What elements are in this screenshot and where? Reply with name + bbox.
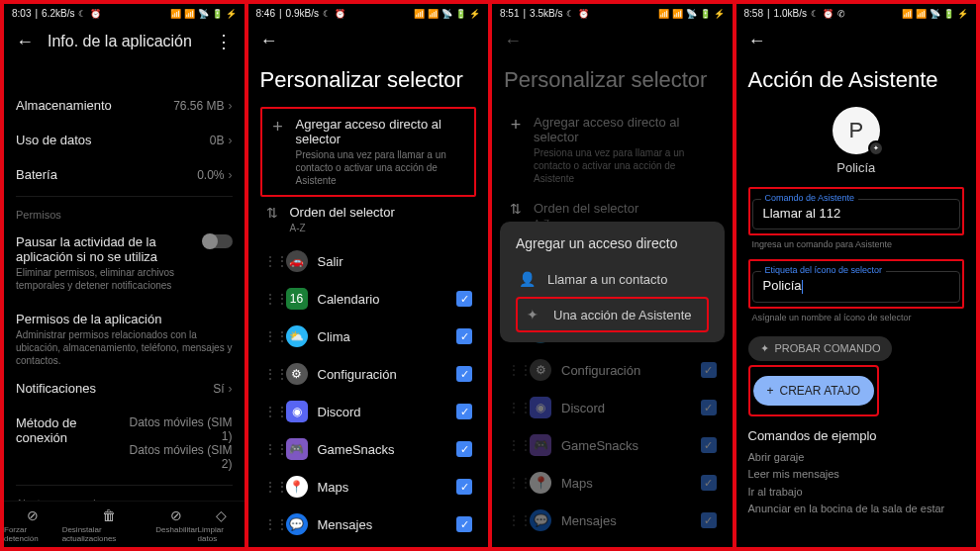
app-item[interactable]: ⋮⋮🚗Salir xyxy=(260,242,477,280)
app-item[interactable]: ⋮⋮⚙Configuración✓ xyxy=(260,355,477,393)
app-label: Calendario xyxy=(318,292,447,307)
chevron-right-icon: › xyxy=(229,134,233,147)
back-icon[interactable]: ← xyxy=(16,32,34,52)
app-item: ⋮⋮◉Discord✓ xyxy=(504,389,721,426)
app-item: ⋮⋮📍Maps✓ xyxy=(504,464,721,502)
plus-icon: + xyxy=(767,384,774,398)
icon-label-input[interactable]: Etiqueta del ícono de selector Policía xyxy=(752,271,961,303)
app-item: ⋮⋮⚙Configuración✓ xyxy=(504,351,721,389)
app-item[interactable]: ⋮⋮🎮GameSnacks✓ xyxy=(260,430,477,468)
app-item[interactable]: ⋮⋮📍Maps✓ xyxy=(260,468,477,505)
checkbox: ✓ xyxy=(701,400,717,415)
drag-handle-icon: ⋮⋮ xyxy=(508,476,520,490)
examples-heading: Comandos de ejemplo xyxy=(748,428,965,443)
drag-handle-icon[interactable]: ⋮⋮ xyxy=(264,367,276,381)
drag-handle-icon[interactable]: ⋮⋮ xyxy=(264,405,276,418)
more-icon[interactable]: ⋮ xyxy=(215,31,233,52)
bottombar: ⊘Forzar detención 🗑Desinstalar actualiza… xyxy=(4,501,245,547)
app-item: ⋮⋮▦Noticias✓ xyxy=(504,539,721,547)
app-icon: 🎮 xyxy=(286,438,308,460)
example-command: Ir al trabajo xyxy=(748,484,965,502)
row-pause-activity[interactable]: Pausar la actividad de la aplicación si … xyxy=(16,225,233,302)
app-icon: ◉ xyxy=(530,397,551,418)
checkbox[interactable]: ✓ xyxy=(456,366,472,382)
app-item[interactable]: ⋮⋮◉Discord✓ xyxy=(260,393,477,430)
app-item: ⋮⋮💬Mensajes✓ xyxy=(504,502,721,539)
clear-data-button[interactable]: ◇Limpiar datos xyxy=(198,507,245,543)
checkbox[interactable]: ✓ xyxy=(456,291,472,307)
checkbox[interactable]: ✓ xyxy=(456,441,472,457)
disable-button[interactable]: ⊘Deshabilitar xyxy=(155,507,197,543)
app-icon: 📍 xyxy=(286,476,308,498)
status-time: 8:03 xyxy=(12,8,31,19)
row-data[interactable]: Uso de datos 0B› xyxy=(16,123,233,157)
force-stop-button[interactable]: ⊘Forzar detención xyxy=(4,507,62,543)
row-battery[interactable]: Batería 0.0%› xyxy=(16,157,233,192)
plus-icon: + xyxy=(508,115,524,136)
back-icon[interactable]: ← xyxy=(260,31,278,51)
row-notifications[interactable]: Notificaciones Sí› xyxy=(16,371,233,406)
avatar: P ✦ Policía xyxy=(748,107,965,175)
panel-customize-launcher-modal: 8:51|3.5kB/s☾⏰ 📶📶📡🔋⚡ ← Personalizar sele… xyxy=(492,4,733,547)
drag-handle-icon[interactable]: ⋮⋮ xyxy=(264,517,276,531)
statusbar: 8:51|3.5kB/s☾⏰ 📶📶📡🔋⚡ xyxy=(492,4,733,21)
create-shortcut-button[interactable]: + CREAR ATAJO xyxy=(753,376,875,406)
sort-row[interactable]: ⇅ Orden del selectorA-Z xyxy=(260,197,477,242)
header: ← Info. de la aplicación ⋮ xyxy=(4,21,245,58)
add-shortcut-row[interactable]: + Agregar acceso directo al selector Pre… xyxy=(260,107,477,197)
app-label: Clima xyxy=(318,329,447,344)
test-command-button[interactable]: ✦ PROBAR COMANDO xyxy=(748,336,893,361)
option-assistant-action[interactable]: ✦ Una acción de Asistente xyxy=(516,297,709,332)
drag-handle-icon[interactable]: ⋮⋮ xyxy=(264,292,276,306)
assistant-icon: ✦ xyxy=(760,342,769,355)
panel-customize-launcher: 8:46|0.9kB/s☾⏰ 📶📶📡🔋⚡ ← Personalizar sele… xyxy=(248,4,489,547)
chevron-right-icon: › xyxy=(229,168,233,182)
checkbox: ✓ xyxy=(701,437,717,453)
app-item[interactable]: ⋮⋮16Calendario✓ xyxy=(260,280,477,318)
back-icon[interactable]: ← xyxy=(748,31,766,51)
page-title: Personalizar selector xyxy=(504,67,721,93)
app-icon: ◉ xyxy=(286,401,308,422)
app-label: Maps xyxy=(318,480,447,495)
signal-icon: 📶 xyxy=(184,9,195,19)
drag-handle-icon: ⋮⋮ xyxy=(508,401,520,414)
back-icon[interactable]: ← xyxy=(504,31,522,51)
row-connection[interactable]: Método de conexión Datos móviles (SIM 1)… xyxy=(16,406,233,481)
stop-icon: ⊘ xyxy=(27,507,39,523)
app-label: Maps xyxy=(561,476,691,491)
page-title: Info. de la aplicación xyxy=(48,33,201,50)
plus-icon: + xyxy=(270,117,286,138)
drag-handle-icon[interactable]: ⋮⋮ xyxy=(264,254,276,268)
app-icon: 💬 xyxy=(530,509,551,531)
signal-icon: 📶 xyxy=(170,9,181,19)
option-call-contact[interactable]: 👤 Llamar a un contacto xyxy=(516,261,709,297)
moon-icon: ☾ xyxy=(78,9,86,19)
sort-icon: ⇅ xyxy=(508,201,524,217)
assistant-icon: ✦ xyxy=(524,307,541,322)
checkbox[interactable]: ✓ xyxy=(456,516,472,532)
row-app-permissions[interactable]: Permisos de la aplicación Administrar pe… xyxy=(16,302,233,371)
alarm-icon: ⏰ xyxy=(90,9,101,19)
checkbox[interactable]: ✓ xyxy=(456,479,472,495)
app-item[interactable]: ⋮⋮▦Noticias✓ xyxy=(260,543,477,547)
panel-assistant-action: 8:58|1.0kB/s☾⏰✆ 📶📶📡🔋⚡ ← Acción de Asiste… xyxy=(736,4,977,547)
app-item[interactable]: ⋮⋮💬Mensajes✓ xyxy=(260,505,477,543)
add-shortcut-row: + Agregar acceso directo al selector Pre… xyxy=(504,107,721,193)
checkbox[interactable]: ✓ xyxy=(456,328,472,344)
row-storage[interactable]: Almacenamiento 76.56 MB› xyxy=(16,88,233,123)
checkbox: ✓ xyxy=(701,475,717,491)
drag-handle-icon[interactable]: ⋮⋮ xyxy=(264,329,276,343)
checkbox: ✓ xyxy=(701,512,717,528)
toggle-pause[interactable] xyxy=(203,234,233,248)
example-command: Anunciar en la bocina de la sala de esta… xyxy=(748,501,965,518)
drag-handle-icon[interactable]: ⋮⋮ xyxy=(264,480,276,494)
section-permissions: Permisos xyxy=(16,209,233,221)
app-icon: 📍 xyxy=(530,472,551,494)
checkbox[interactable]: ✓ xyxy=(456,404,472,419)
uninstall-button[interactable]: 🗑Desinstalar actualizaciones xyxy=(62,507,156,543)
dialog-title: Agregar un acceso directo xyxy=(516,235,709,251)
drag-handle-icon[interactable]: ⋮⋮ xyxy=(264,442,276,456)
add-shortcut-dialog: Agregar un acceso directo 👤 Llamar a un … xyxy=(500,222,725,342)
app-item[interactable]: ⋮⋮⛅Clima✓ xyxy=(260,318,477,355)
command-input[interactable]: Comando de Asistente Llamar al 112 xyxy=(752,199,961,230)
